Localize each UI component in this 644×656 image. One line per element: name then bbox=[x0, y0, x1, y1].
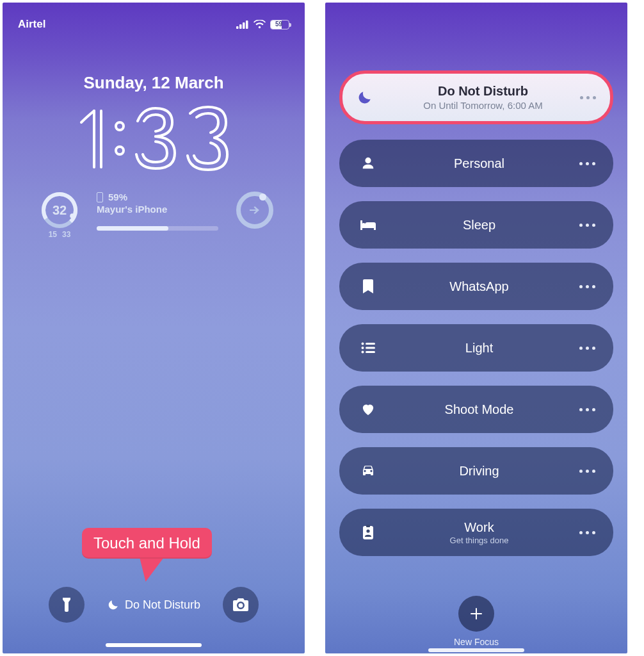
focus-mode-shoot[interactable]: Shoot Mode bbox=[339, 386, 613, 433]
svg-rect-19 bbox=[471, 613, 482, 614]
svg-rect-10 bbox=[366, 343, 375, 345]
carrier-label: Airtel bbox=[18, 18, 45, 31]
battery-widget-device: Mayur's iPhone bbox=[97, 204, 225, 215]
focus-pill[interactable]: Do Not Disturb bbox=[107, 598, 200, 612]
hint-callout-arrow bbox=[134, 559, 163, 582]
cellular-icon bbox=[236, 20, 249, 29]
more-icon[interactable] bbox=[579, 224, 595, 227]
focus-mode-work[interactable]: Work Get things done bbox=[339, 509, 613, 556]
hint-callout: Touch and Hold bbox=[82, 528, 212, 559]
new-focus-label: New Focus bbox=[454, 637, 499, 647]
focus-mode-sleep[interactable]: Sleep bbox=[339, 201, 613, 249]
list-icon bbox=[361, 342, 375, 354]
focus-mode-whatsapp[interactable]: WhatsApp bbox=[339, 263, 613, 310]
flashlight-icon bbox=[60, 596, 74, 613]
focus-mode-label: Personal bbox=[379, 156, 579, 171]
car-icon bbox=[360, 464, 376, 477]
lock-bottom-row: Do Not Disturb bbox=[3, 587, 305, 623]
camera-button[interactable] bbox=[223, 587, 259, 623]
svg-point-13 bbox=[362, 351, 364, 354]
home-indicator[interactable] bbox=[106, 643, 202, 647]
status-bar: Airtel 59 bbox=[3, 3, 305, 35]
shortcut-widget[interactable] bbox=[236, 192, 273, 229]
svg-point-11 bbox=[362, 347, 364, 349]
focus-mode-driving[interactable]: Driving bbox=[339, 447, 613, 495]
flashlight-button[interactable] bbox=[49, 587, 85, 623]
widget-row: 32 15 33 59% Mayur's iPhone bbox=[3, 192, 305, 239]
plus-icon bbox=[469, 607, 483, 621]
svg-rect-14 bbox=[366, 351, 375, 353]
more-icon[interactable] bbox=[579, 531, 595, 534]
badge-icon bbox=[362, 525, 374, 540]
svg-point-5 bbox=[116, 147, 124, 154]
bed-icon bbox=[360, 219, 376, 231]
camera-icon bbox=[232, 598, 249, 612]
more-icon[interactable] bbox=[579, 470, 595, 473]
person-icon bbox=[361, 156, 375, 170]
battery-widget-pct: 59% bbox=[108, 192, 127, 202]
svg-rect-12 bbox=[366, 347, 375, 349]
phone-device-icon bbox=[97, 192, 103, 202]
bookmark-icon bbox=[363, 279, 373, 293]
weather-temp: 32 bbox=[41, 192, 78, 229]
moon-icon bbox=[107, 598, 120, 611]
lock-date: Sunday, 12 March bbox=[3, 73, 305, 93]
focus-mode-light[interactable]: Light bbox=[339, 324, 613, 372]
lock-clock bbox=[3, 97, 305, 180]
svg-rect-2 bbox=[243, 22, 245, 29]
svg-point-4 bbox=[116, 122, 124, 130]
weather-low: 15 bbox=[49, 230, 57, 239]
battery-widget-bar bbox=[97, 226, 218, 231]
battery-widget[interactable]: 59% Mayur's iPhone bbox=[97, 192, 225, 231]
focus-mode-label: WhatsApp bbox=[379, 279, 579, 294]
focus-list: Personal Sleep WhatsApp Light Shoot Mode… bbox=[339, 140, 613, 556]
heart-icon bbox=[361, 403, 375, 416]
focus-mode-label: Driving bbox=[379, 464, 579, 479]
svg-rect-16 bbox=[366, 525, 370, 527]
weather-high: 33 bbox=[62, 230, 70, 239]
focus-mode-subtitle: Get things done bbox=[379, 536, 579, 545]
more-icon[interactable] bbox=[579, 408, 595, 411]
battery-pct: 59 bbox=[275, 20, 282, 28]
focus-mode-label: Light bbox=[379, 341, 579, 356]
focus-panel: Do Not Disturb On Until Tomorrow, 6:00 A… bbox=[325, 3, 627, 653]
svg-point-17 bbox=[366, 529, 369, 532]
svg-rect-1 bbox=[239, 24, 242, 29]
wifi-icon bbox=[254, 20, 266, 29]
svg-rect-0 bbox=[236, 26, 239, 29]
more-icon[interactable] bbox=[579, 162, 595, 165]
battery-icon: 59 bbox=[270, 20, 289, 29]
home-indicator[interactable] bbox=[428, 648, 524, 652]
focus-pill-label: Do Not Disturb bbox=[125, 598, 200, 612]
add-focus-button[interactable] bbox=[458, 596, 494, 632]
moon-icon bbox=[357, 89, 373, 106]
focus-mode-label: Sleep bbox=[379, 218, 579, 233]
svg-point-9 bbox=[362, 343, 364, 345]
more-icon[interactable] bbox=[580, 96, 596, 99]
focus-active-card[interactable]: Do Not Disturb On Until Tomorrow, 6:00 A… bbox=[339, 70, 613, 124]
focus-mode-personal[interactable]: Personal bbox=[339, 140, 613, 187]
svg-rect-3 bbox=[246, 20, 248, 29]
focus-active-subtitle: On Until Tomorrow, 6:00 AM bbox=[386, 100, 580, 111]
focus-mode-label: Shoot Mode bbox=[379, 402, 579, 417]
status-right: 59 bbox=[236, 20, 289, 29]
more-icon[interactable] bbox=[579, 285, 595, 288]
focus-active-title: Do Not Disturb bbox=[386, 84, 580, 99]
lock-screen: Airtel 59 Sunday, 12 March 32 15 33 bbox=[3, 3, 305, 653]
focus-mode-label: Work bbox=[379, 520, 579, 535]
weather-widget[interactable]: 32 15 33 bbox=[34, 192, 85, 239]
more-icon[interactable] bbox=[579, 347, 595, 350]
